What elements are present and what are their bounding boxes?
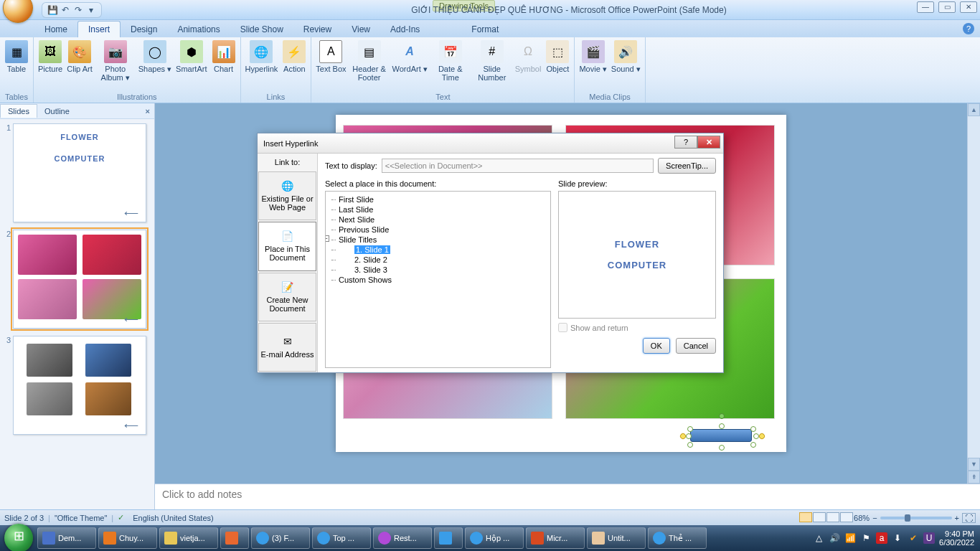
taskbar-item[interactable]: Chuy... (98, 527, 157, 549)
object-button[interactable]: ⬚Object (544, 39, 571, 75)
tab-review[interactable]: Review (293, 22, 341, 37)
taskbar-item[interactable]: Top ... (312, 527, 371, 549)
vertical-scrollbar[interactable]: ▲ ▼ ⇞ ⇟ (967, 103, 980, 509)
tab-view[interactable]: View (341, 22, 380, 37)
system-tray[interactable]: △ 🔊 📶 ⚑ a ⬇ ✔ U 9:40 PM 6/30/2022 (813, 529, 980, 547)
taskbar-item[interactable]: Rest... (373, 527, 432, 549)
tray-volume-icon[interactable]: 🔊 (829, 532, 840, 544)
movie-button[interactable]: 🎬Movie ▾ (578, 39, 608, 75)
tab-addins[interactable]: Add-Ins (380, 22, 430, 37)
taskbar-item[interactable]: vietja... (159, 527, 218, 549)
tree-slide-2[interactable]: 2. Slide 2 (330, 255, 546, 265)
dialog-close-button[interactable]: ✕ (697, 136, 720, 149)
tray-flag-icon[interactable]: ⚑ (860, 532, 872, 544)
qat-undo-icon[interactable]: ↶ (60, 4, 71, 16)
tab-home[interactable]: Home (34, 22, 77, 37)
taskbar-item[interactable]: (3) F... (251, 527, 310, 549)
picture-button[interactable]: 🖼Picture (37, 39, 64, 75)
tray-icon[interactable]: ⬇ (892, 532, 903, 544)
tree-next-slide[interactable]: Next Slide (330, 215, 546, 225)
start-button[interactable] (4, 524, 33, 551)
zoom-out-button[interactable]: − (872, 514, 877, 522)
taskbar-item[interactable] (434, 527, 463, 549)
tree-slide-3[interactable]: 3. Slide 3 (330, 265, 546, 275)
taskbar-item[interactable]: Dem... (37, 527, 96, 549)
shapes-button[interactable]: ◯Shapes ▾ (137, 39, 173, 75)
tab-slideshow[interactable]: Slide Show (230, 22, 293, 37)
qat-redo-icon[interactable]: ↷ (72, 4, 84, 16)
document-tree[interactable]: First Slide Last Slide Next Slide Previo… (325, 191, 551, 368)
window-minimize-button[interactable]: — (917, 1, 934, 13)
slide-thumb-1[interactable]: FLOWER COMPUTER ⟵ (13, 123, 146, 222)
wordart-button[interactable]: AWordArt ▾ (391, 39, 429, 75)
slidenumber-button[interactable]: #Slide Number (472, 39, 512, 83)
taskbar-item[interactable] (220, 527, 249, 549)
tree-slide-titles[interactable]: −Slide Titles (330, 235, 546, 245)
zoom-in-button[interactable]: + (955, 514, 959, 522)
window-maximize-button[interactable]: ▭ (938, 1, 956, 13)
tab-animations[interactable]: Animations (167, 22, 230, 37)
window-close-button[interactable]: ✕ (960, 1, 977, 13)
slide-thumb-2[interactable]: ⟵ (13, 230, 146, 329)
linkto-existing-file[interactable]: 🌐Existing File or Web Page (258, 171, 316, 220)
ribbon-help-icon[interactable]: ? (963, 23, 974, 34)
clipart-button[interactable]: 🎨Clip Art (65, 39, 93, 75)
qat-save-icon[interactable]: 💾 (47, 4, 58, 16)
zoom-control[interactable]: 68% − + ⛶ (854, 513, 976, 523)
pane-close-button[interactable]: × (146, 107, 150, 116)
smartart-button[interactable]: ⬢SmartArt (174, 39, 208, 75)
pane-tab-outline[interactable]: Outline (37, 105, 77, 118)
cancel-button[interactable]: Cancel (676, 338, 716, 354)
notes-pane[interactable]: Click to add notes (155, 484, 980, 509)
scroll-down-button[interactable]: ▼ (968, 458, 980, 471)
zoom-slider[interactable] (880, 517, 952, 519)
tree-custom-shows[interactable]: Custom Shows (330, 275, 546, 285)
action-button[interactable]: ⚡Action (281, 39, 308, 75)
tree-first-slide[interactable]: First Slide (330, 194, 546, 204)
prev-slide-button[interactable]: ⇞ (968, 471, 980, 484)
taskbar-item[interactable]: Thẻ ... (648, 527, 707, 549)
view-buttons[interactable] (799, 512, 854, 524)
linkto-new-document[interactable]: 📝Create New Document (258, 273, 316, 321)
tray-app-icon[interactable]: U (923, 532, 935, 544)
headerfooter-button[interactable]: ▤Header & Footer (349, 39, 390, 83)
qat-dropdown-icon[interactable]: ▾ (85, 4, 97, 16)
photoalbum-button[interactable]: 📷Photo Album ▾ (95, 39, 136, 83)
zoom-fit-button[interactable]: ⛶ (962, 513, 976, 523)
tree-slide-1[interactable]: 1. Slide 1 (330, 245, 546, 255)
scroll-up-button[interactable]: ▲ (968, 103, 980, 116)
linkto-place-document[interactable]: 📄Place in This Document (258, 222, 316, 270)
screentip-button[interactable]: ScreenTip... (658, 158, 716, 174)
tray-icon[interactable]: ✔ (908, 532, 919, 544)
taskbar-item[interactable]: Hộp ... (465, 527, 524, 549)
table-button[interactable]: ▦Table (3, 39, 30, 75)
tree-last-slide[interactable]: Last Slide (330, 204, 546, 215)
spellcheck-icon[interactable]: ✓ (118, 513, 124, 522)
textbox-button[interactable]: AText Box (314, 39, 347, 75)
quick-access-toolbar[interactable]: 💾 ↶ ↷ ▾ (42, 2, 102, 18)
tab-format[interactable]: Format (461, 22, 509, 37)
taskbar-item[interactable]: Micr... (526, 527, 585, 549)
tree-previous-slide[interactable]: Previous Slide (330, 225, 546, 235)
datetime-button[interactable]: 📅Date & Time (430, 39, 471, 83)
selected-shape[interactable] (690, 429, 752, 442)
slide-thumb-3[interactable]: ⟵ (13, 336, 146, 435)
dialog-help-button[interactable]: ? (674, 136, 697, 149)
ok-button[interactable]: OK (643, 338, 670, 354)
tab-insert[interactable]: Insert (77, 21, 121, 37)
taskbar-clock[interactable]: 9:40 PM 6/30/2022 (939, 529, 974, 547)
tray-network-icon[interactable]: 📶 (844, 532, 856, 544)
linkto-email[interactable]: ✉E-mail Address (258, 323, 316, 372)
taskbar-item[interactable]: Untit... (587, 527, 646, 549)
chart-button[interactable]: 📊Chart (210, 39, 237, 75)
tray-av-icon[interactable]: a (876, 532, 887, 544)
tree-collapse-icon[interactable]: − (325, 235, 329, 242)
office-button[interactable] (3, 0, 33, 23)
tray-icon[interactable]: △ (813, 532, 824, 544)
tab-design[interactable]: Design (121, 22, 167, 37)
status-language[interactable]: English (United States) (133, 514, 214, 522)
sound-button[interactable]: 🔊Sound ▾ (610, 39, 642, 75)
dialog-titlebar[interactable]: Insert Hyperlink ? ✕ (258, 133, 723, 154)
pane-tab-slides[interactable]: Slides (0, 104, 37, 118)
hyperlink-button[interactable]: 🌐Hyperlink (244, 39, 280, 75)
